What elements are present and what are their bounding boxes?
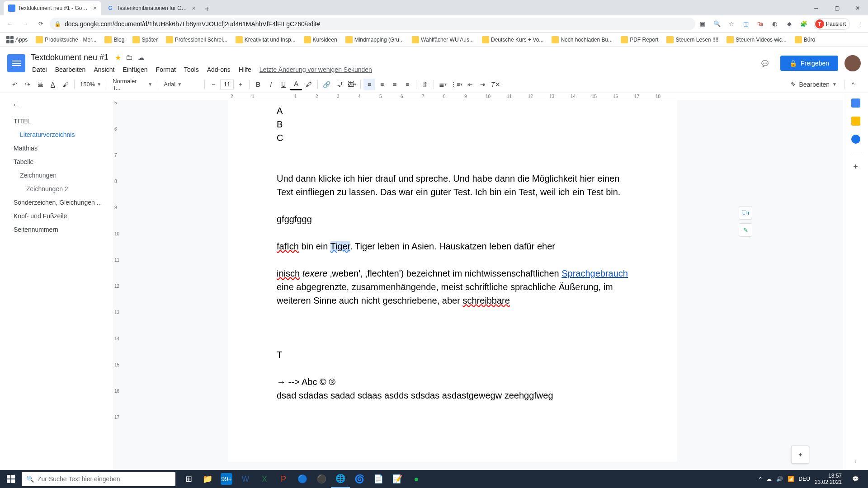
- notifications-button[interactable]: 💬: [846, 470, 864, 488]
- wifi-icon[interactable]: 📶: [788, 476, 794, 482]
- outline-item[interactable]: Literaturverzeichnis: [12, 128, 109, 141]
- new-tab-button[interactable]: +: [201, 3, 213, 15]
- editing-mode-button[interactable]: ✎ Bearbeiten ▼: [786, 79, 841, 90]
- outlook-icon[interactable]: 99+: [217, 470, 236, 488]
- browser-tab[interactable]: G Tastenkombinationen für Google ×: [102, 1, 200, 15]
- spotify-icon[interactable]: ●: [407, 470, 426, 488]
- app-icon[interactable]: 📄: [369, 470, 388, 488]
- underline-button[interactable]: U: [278, 79, 289, 90]
- add-addon-button[interactable]: +: [853, 162, 858, 172]
- bookmark-item[interactable]: Apps: [4, 34, 30, 45]
- zoom-select[interactable]: 150%▼: [77, 79, 104, 90]
- text-color-button[interactable]: A: [290, 79, 302, 90]
- calendar-icon[interactable]: [851, 99, 860, 108]
- onedrive-icon[interactable]: ☁: [766, 476, 772, 482]
- edge-icon[interactable]: 🌀: [350, 470, 369, 488]
- outline-item[interactable]: TITEL: [12, 114, 109, 128]
- share-button[interactable]: 🔒 Freigeben: [780, 56, 838, 71]
- selected-text[interactable]: Tiger: [330, 241, 350, 251]
- bookmark-item[interactable]: Steuern Lesen !!!!: [664, 34, 721, 45]
- menu-format[interactable]: Format: [153, 64, 179, 75]
- numbered-list-button[interactable]: ≣▾: [437, 79, 448, 90]
- align-right-button[interactable]: ≡: [389, 79, 401, 90]
- italic-button[interactable]: I: [265, 79, 277, 90]
- outline-item[interactable]: Seitennummern: [12, 223, 109, 236]
- address-bar[interactable]: 🔒 docs.google.com/document/d/1hUH8k6h7Lb…: [50, 18, 695, 30]
- forward-button[interactable]: →: [19, 18, 32, 30]
- taskbar-search[interactable]: 🔍 Zur Suche Text hier eingeben: [22, 472, 175, 486]
- maximize-button[interactable]: ▢: [826, 1, 847, 15]
- bookmark-item[interactable]: Später: [130, 34, 160, 45]
- bulleted-list-button[interactable]: ⋮≡▾: [449, 79, 463, 90]
- extensions-icon[interactable]: 🧩: [799, 19, 808, 28]
- bookmark-item[interactable]: Steuern Videos wic...: [724, 34, 789, 45]
- text-paragraph[interactable]: fafIch bin ein Tiger. Tiger leben in Asi…: [277, 239, 628, 253]
- bookmark-item[interactable]: PDF Report: [618, 34, 661, 45]
- docs-logo[interactable]: [7, 54, 25, 72]
- bookmark-item[interactable]: Professionell Schrei...: [163, 34, 230, 45]
- increase-indent-button[interactable]: ⇥: [477, 79, 489, 90]
- bookmark-item[interactable]: Kursideen: [301, 34, 340, 45]
- word-icon[interactable]: W: [236, 470, 255, 488]
- decrease-font-button[interactable]: −: [208, 79, 219, 90]
- bookmark-item[interactable]: Mindmapping (Gru...: [343, 34, 406, 45]
- bookmark-item[interactable]: Deutsche Kurs + Vo...: [479, 34, 546, 45]
- close-icon[interactable]: ×: [192, 5, 195, 12]
- align-left-button[interactable]: ≡: [363, 79, 375, 90]
- explorer-icon[interactable]: 📁: [198, 470, 217, 488]
- menu-icon[interactable]: ⋮: [855, 19, 864, 28]
- outline-back-button[interactable]: ←: [12, 99, 109, 110]
- extension-icon[interactable]: 🛍: [756, 19, 765, 28]
- increase-font-button[interactable]: +: [235, 79, 246, 90]
- last-edit-link[interactable]: Letzte Änderung vor wenigen Sekunden: [256, 64, 375, 75]
- add-comment-button[interactable]: 🗨+: [739, 206, 752, 220]
- spellcheck-button[interactable]: A̲: [47, 79, 59, 90]
- bookmark-item[interactable]: Kreativität und Insp...: [233, 34, 298, 45]
- language-indicator[interactable]: DEU: [799, 476, 810, 482]
- highlight-button[interactable]: 🖍: [303, 79, 315, 90]
- bookmark-item[interactable]: Noch hochladen Bu...: [549, 34, 615, 45]
- text-line[interactable]: → --> Abc © ®: [277, 375, 628, 389]
- reader-icon[interactable]: ◫: [741, 19, 750, 28]
- text-line[interactable]: dsad sdadas sadad sdaas asdds sdsdas asd…: [277, 389, 628, 402]
- text-paragraph[interactable]: Und dann klicke ich hier drauf und sprec…: [277, 172, 628, 199]
- app-icon[interactable]: 🔵: [293, 470, 312, 488]
- menu-datei[interactable]: Datei: [29, 64, 50, 75]
- menu-add-ons[interactable]: Add-ons: [204, 64, 234, 75]
- close-window-button[interactable]: ✕: [847, 1, 868, 15]
- outline-item[interactable]: Zeichnungen: [12, 169, 109, 182]
- line-spacing-button[interactable]: ⇵: [419, 79, 431, 90]
- menu-hilfe[interactable]: Hilfe: [236, 64, 255, 75]
- bookmark-item[interactable]: Büro: [792, 34, 818, 45]
- text-paragraph[interactable]: inisch texere ‚weben', ‚flechten') bezei…: [277, 267, 628, 307]
- obs-icon[interactable]: ⚫: [312, 470, 331, 488]
- style-select[interactable]: Normaler T...▼: [110, 79, 155, 90]
- notepad-icon[interactable]: 📝: [388, 470, 407, 488]
- cast-icon[interactable]: ▣: [698, 19, 707, 28]
- collapse-toolbar-button[interactable]: ^: [847, 79, 859, 90]
- menu-tools[interactable]: Tools: [181, 64, 202, 75]
- text-line[interactable]: T: [277, 348, 628, 361]
- menu-bearbeiten[interactable]: Bearbeiten: [52, 64, 89, 75]
- collapse-sidepanel-button[interactable]: ›: [854, 458, 856, 465]
- decrease-indent-button[interactable]: ⇤: [464, 79, 476, 90]
- reload-button[interactable]: ⟳: [34, 18, 47, 30]
- font-select[interactable]: Arial▼: [161, 79, 202, 90]
- outline-item[interactable]: Matthias: [12, 141, 109, 155]
- outline-item[interactable]: Zeichnungen 2: [12, 182, 109, 196]
- redo-button[interactable]: ↷: [22, 79, 33, 90]
- volume-icon[interactable]: 🔊: [776, 476, 783, 482]
- align-justify-button[interactable]: ≡: [401, 79, 413, 90]
- text-line[interactable]: A: [277, 104, 628, 117]
- cloud-icon[interactable]: ☁: [137, 53, 145, 62]
- outline-item[interactable]: Sonderzeichen, Gleichungen ...: [12, 196, 109, 209]
- bookmark-item[interactable]: Produktsuche - Mer...: [33, 34, 99, 45]
- zoom-icon[interactable]: 🔍: [712, 19, 722, 28]
- minimize-button[interactable]: ─: [806, 1, 826, 15]
- back-button[interactable]: ←: [4, 18, 16, 30]
- task-view-button[interactable]: ⊞: [179, 470, 198, 488]
- menu-einfügen[interactable]: Einfügen: [119, 64, 151, 75]
- close-icon[interactable]: ×: [93, 5, 97, 12]
- extension-icon[interactable]: ◐: [770, 19, 779, 28]
- undo-button[interactable]: ↶: [9, 79, 21, 90]
